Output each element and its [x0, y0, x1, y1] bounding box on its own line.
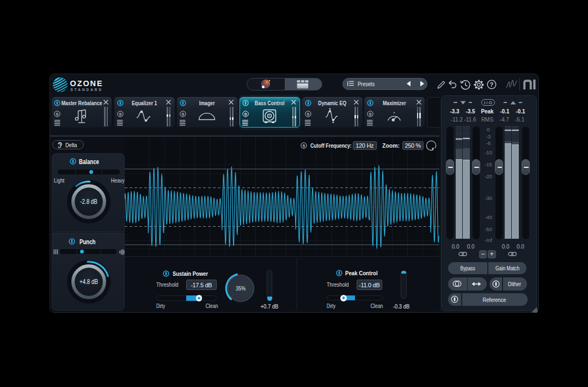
svg-text:S: S	[303, 143, 305, 148]
svg-text:S: S	[307, 111, 309, 116]
svg-text:S: S	[181, 111, 184, 116]
svg-text:?: ?	[490, 81, 493, 88]
svg-text:S: S	[56, 111, 59, 116]
svg-text:S: S	[119, 111, 121, 116]
svg-text:S: S	[369, 111, 372, 116]
svg-text:S: S	[244, 111, 247, 116]
